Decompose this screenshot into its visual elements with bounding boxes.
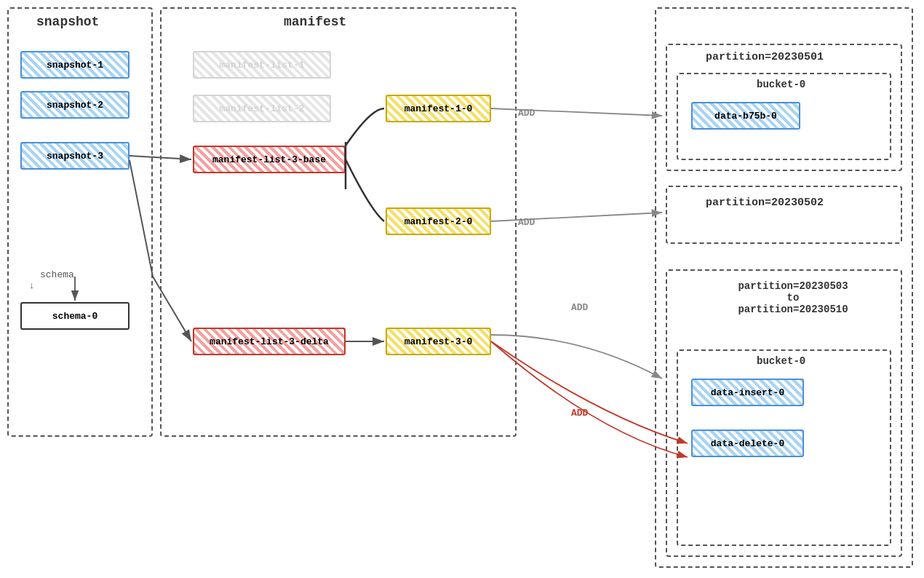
partition-20230502-box	[666, 186, 902, 244]
bucket-0-label-3: bucket-0	[757, 355, 805, 367]
manifest-list-2-node: manifest-list-2	[193, 95, 331, 122]
manifest-2-0-node: manifest-2-0	[386, 207, 491, 235]
bucket-0-label-1: bucket-0	[757, 79, 805, 90]
partition-20230503-10-label: partition=20230503topartition=20230510	[684, 280, 902, 315]
schema-0-node: schema-0	[20, 302, 130, 330]
add-label-3: ADD	[571, 302, 588, 313]
data-delete-0-node: data-delete-0	[691, 429, 804, 457]
partition-20230501-label: partition=20230501	[706, 51, 824, 63]
add-label-1: ADD	[518, 108, 535, 119]
svg-line-8	[491, 213, 662, 221]
manifest-list-3-delta-node: manifest-list-3-delta	[193, 328, 346, 355]
data-b75b-0-node: data-b75b-0	[691, 102, 800, 130]
manifest-list-1-node: manifest-list-1	[193, 51, 331, 79]
partition-20230502-label: partition=20230502	[706, 197, 824, 209]
schema-label: schema	[40, 269, 74, 280]
add-label-2: ADD	[518, 217, 535, 228]
manifest-3-0-node: manifest-3-0	[386, 328, 491, 355]
schema-arrow-label: ↓	[29, 280, 35, 291]
manifest-list-3-base-node: manifest-list-3-base	[193, 146, 346, 173]
svg-line-7	[491, 108, 662, 116]
snapshot-1-node: snapshot-1	[20, 51, 130, 79]
manifest-1-0-node: manifest-1-0	[386, 95, 491, 122]
snapshot-label: snapshot	[36, 15, 99, 29]
snapshot-2-node: snapshot-2	[20, 91, 130, 119]
add-label-red: ADD	[571, 408, 588, 419]
snapshot-3-node: snapshot-3	[20, 142, 130, 170]
data-insert-0-node: data-insert-0	[691, 379, 804, 406]
manifest-label: manifest	[284, 15, 346, 29]
